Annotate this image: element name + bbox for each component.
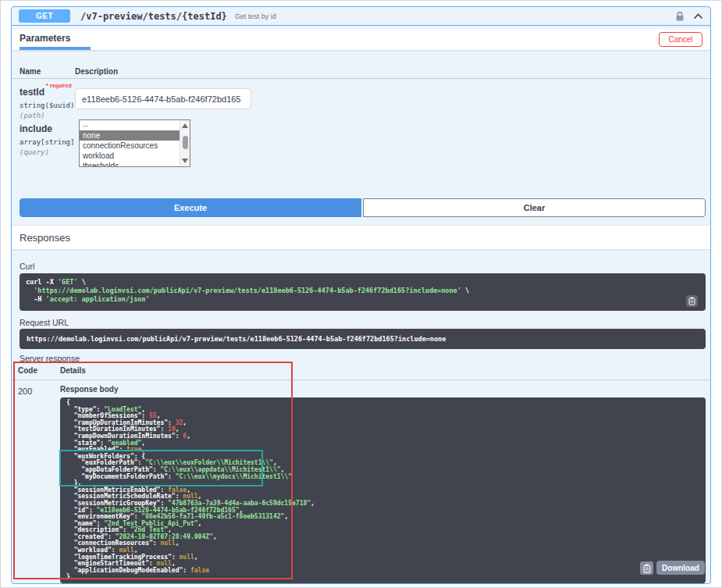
curl-command-block: curl -X 'GET' \ 'https://demolab.loginvs… (20, 273, 706, 311)
column-header-description: Description (75, 67, 118, 76)
param-name: include (20, 123, 52, 134)
status-code: 200 (18, 387, 32, 396)
table-header-divider (12, 78, 710, 79)
cancel-button[interactable]: Cancel (659, 32, 702, 47)
include-listbox[interactable]: --noneconnectionResourcesworkloadthresho… (79, 119, 190, 167)
chevron-up-icon (693, 13, 703, 20)
response-json: { "type": "LoadTest", "numberOfSessions"… (66, 400, 701, 581)
request-url-label: Request URL (20, 318, 69, 327)
collapse-button[interactable] (693, 13, 703, 20)
code-column-header: Code (18, 366, 37, 375)
param-location: (path) (20, 112, 74, 119)
param-type: array[string] (20, 138, 74, 146)
param-name: testId (20, 87, 44, 98)
execute-button[interactable]: Execute (20, 198, 361, 217)
testid-input[interactable] (75, 88, 251, 109)
lock-icon (675, 11, 685, 22)
include-option[interactable]: workload (80, 151, 190, 161)
response-body-label: Response body (60, 385, 118, 394)
parameters-section-header: Parameters Cancel (12, 29, 710, 50)
download-button[interactable]: Download (656, 561, 705, 575)
details-column-header: Details (60, 366, 86, 375)
scroll-thumb[interactable] (183, 136, 188, 149)
include-option[interactable]: thresholds (80, 161, 190, 167)
tab-parameters: Parameters (20, 29, 91, 50)
endpoint-summary: Get test by id (235, 12, 276, 20)
http-method-badge: GET (19, 9, 70, 23)
response-body-block: { "type": "LoadTest", "numberOfSessions"… (60, 397, 706, 583)
scroll-down-icon[interactable] (182, 159, 188, 163)
swagger-ui-page: GET /v7-preview/tests/{testId} Get test … (0, 0, 722, 588)
authorize-lock-button[interactable] (675, 11, 685, 22)
column-header-name: Name (20, 67, 41, 76)
responses-title: Responses (20, 232, 70, 244)
param-type: string($uuid) (20, 102, 74, 109)
responses-section-header: Responses (12, 226, 710, 249)
clipboard-icon (643, 564, 651, 573)
response-copy-button[interactable] (640, 561, 653, 575)
request-url-block: https://demolab.loginvsi.com/publicApi/v… (20, 329, 706, 349)
clipboard-icon (688, 297, 695, 305)
server-response-label: Server response (20, 354, 80, 363)
opblock-summary[interactable]: GET /v7-preview/tests/{testId} Get test … (12, 7, 710, 26)
include-option[interactable]: -- (80, 120, 190, 130)
clear-button[interactable]: Clear (363, 198, 706, 217)
scroll-up-icon[interactable] (182, 123, 188, 128)
include-option[interactable]: none (80, 130, 190, 141)
listbox-scrollbar[interactable] (180, 120, 190, 166)
opblock-get: GET /v7-preview/tests/{testId} Get test … (11, 6, 711, 584)
param-location: (query) (20, 148, 74, 156)
endpoint-path: /v7-preview/tests/{testId} (80, 11, 227, 22)
response-table-divider (12, 380, 710, 380)
param-row-include: include array[string] (query) (20, 121, 74, 156)
param-row-testid: testId* required string($uuid) (path) (20, 84, 74, 119)
curl-label: Curl (20, 262, 34, 271)
curl-command: curl -X 'GET' \ 'https://demolab.loginvs… (26, 278, 699, 304)
include-options-list: --noneconnectionResourcesworkloadthresho… (80, 120, 190, 167)
curl-copy-button[interactable] (686, 295, 698, 307)
include-option[interactable]: connectionResources (80, 141, 190, 151)
required-badge: * required (46, 83, 72, 88)
